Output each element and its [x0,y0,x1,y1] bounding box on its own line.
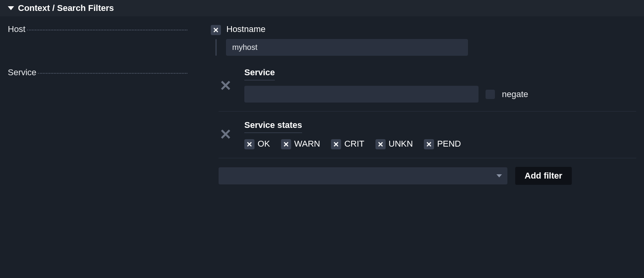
chevron-down-icon [496,174,502,177]
add-filter-row: Add filter [219,167,636,185]
negate-checkbox[interactable] [486,90,495,99]
close-icon [247,142,252,147]
service-input[interactable] [244,86,479,103]
section-header[interactable]: Context / Search Filters [0,0,644,16]
toggle-pend-checkbox[interactable] [424,139,434,149]
remove-hostname-filter-button[interactable] [211,25,221,35]
state-label-pend: PEND [437,139,461,149]
close-icon [333,142,339,147]
add-filter-select[interactable] [219,167,507,184]
state-toggle-ok[interactable]: OK [244,138,270,149]
toggle-unkn-checkbox[interactable] [375,139,386,149]
dotted-leader [38,73,187,74]
state-toggle-unkn[interactable]: UNKN [375,138,413,149]
dotted-leader [27,30,187,30]
indent-bar [215,39,217,56]
hostname-filter-title: Hostname [226,24,265,34]
close-icon [220,129,231,140]
state-toggle-pend[interactable]: PEND [424,138,461,149]
section-title: Context / Search Filters [18,3,114,13]
close-icon [378,142,383,147]
hostname-input[interactable] [226,39,468,56]
service-states-filter-title: Service states [244,120,302,133]
host-label: Host [8,24,27,34]
toggle-crit-checkbox[interactable] [331,139,341,149]
collapse-icon [8,6,14,10]
state-toggle-warn[interactable]: WARN [281,138,320,149]
toggle-ok-checkbox[interactable] [244,139,254,149]
toggle-warn-checkbox[interactable] [281,139,291,149]
close-icon [220,80,231,91]
add-filter-button[interactable]: Add filter [515,167,572,185]
remove-service-states-filter-button[interactable] [219,127,233,141]
state-toggle-crit[interactable]: CRIT [331,138,364,149]
close-icon [283,142,289,147]
state-label-ok: OK [258,139,270,149]
state-label-unkn: UNKN [389,139,413,149]
service-filter-item: Service negate [219,67,636,112]
service-label: Service [8,67,38,78]
remove-service-filter-button[interactable] [219,78,233,92]
state-label-crit: CRIT [344,139,364,149]
negate-label: negate [502,89,528,99]
service-filter-title: Service [244,67,275,80]
service-states-filter-item: Service states OK WARN [219,120,636,158]
close-icon [213,27,219,33]
host-row: Host Hostname [8,24,636,56]
close-icon [426,142,432,147]
state-label-warn: WARN [294,139,320,149]
service-row: Service Service negate [8,67,636,185]
